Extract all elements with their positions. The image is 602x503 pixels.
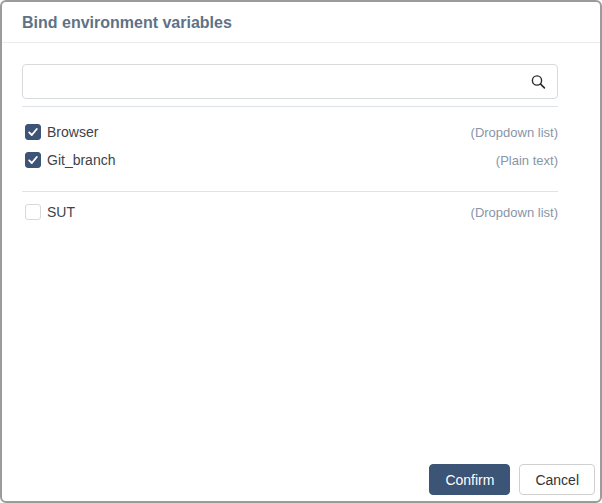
- group-divider: [22, 191, 558, 192]
- checkbox-sut[interactable]: [25, 204, 41, 220]
- variable-type-badge: (Dropdown list): [471, 205, 558, 220]
- variable-label: SUT: [47, 204, 75, 220]
- variable-row-git-branch[interactable]: Git_branch (Plain text): [22, 146, 558, 174]
- variable-type-badge: (Dropdown list): [471, 125, 558, 140]
- variable-list: Browser (Dropdown list) Git_branch (Plai…: [22, 107, 558, 226]
- checkbox-git-branch[interactable]: [25, 152, 41, 168]
- variable-label: Browser: [47, 124, 98, 140]
- bind-environment-variables-dialog: Bind environment variables Browser: [0, 0, 602, 503]
- dialog-title: Bind environment variables: [22, 13, 580, 33]
- checkbox-browser[interactable]: [25, 124, 41, 140]
- search-input[interactable]: [22, 64, 558, 99]
- dialog-body: Browser (Dropdown list) Git_branch (Plai…: [2, 43, 600, 464]
- checkmark-icon: [27, 154, 39, 166]
- variable-row-browser[interactable]: Browser (Dropdown list): [22, 118, 558, 146]
- dialog-header: Bind environment variables: [2, 2, 600, 43]
- variable-type-badge: (Plain text): [496, 153, 558, 168]
- checkmark-icon: [27, 126, 39, 138]
- search-box: [22, 64, 558, 99]
- confirm-button[interactable]: Confirm: [429, 464, 510, 495]
- cancel-button[interactable]: Cancel: [519, 464, 595, 495]
- variable-row-sut[interactable]: SUT (Dropdown list): [22, 198, 558, 226]
- variable-label: Git_branch: [47, 152, 115, 168]
- dialog-footer: Confirm Cancel: [2, 464, 600, 501]
